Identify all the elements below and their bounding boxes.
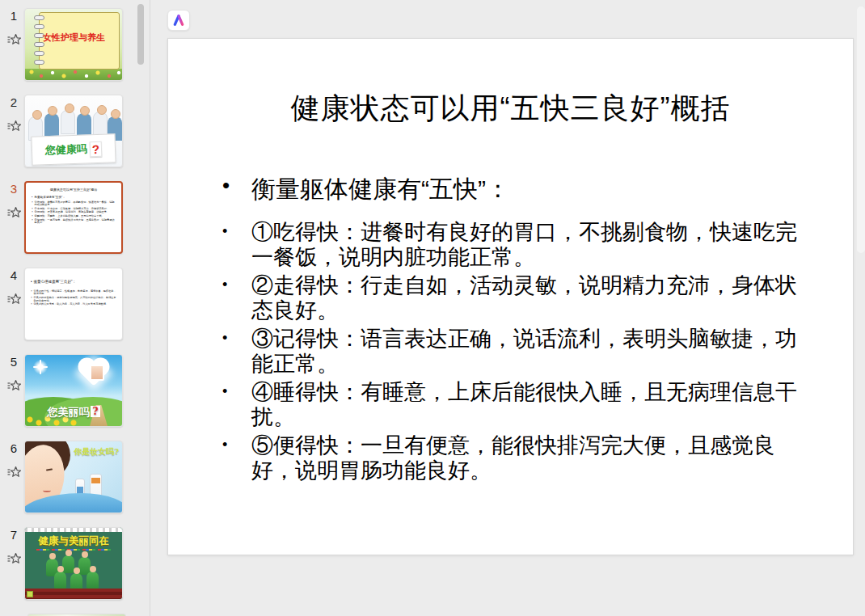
stage-floor-art	[25, 589, 122, 599]
performer-figure	[86, 572, 99, 589]
portrait-photo-art	[90, 365, 104, 381]
health-question-sign: 您健康吗 ?	[31, 133, 116, 166]
slide-7-caption: 健康与美丽同在	[25, 534, 122, 548]
transition-star-icon[interactable]	[7, 293, 21, 308]
slide-5-thumbnail[interactable]: 您美丽吗?	[24, 354, 123, 427]
question-mark-badge: ?	[90, 141, 103, 157]
slide-number-3: 3	[3, 183, 24, 196]
slide-number-7: 7	[3, 529, 24, 542]
slide-7-thumbnail[interactable]: 健康与美丽同在	[24, 527, 123, 600]
slide-number-2: 2	[3, 96, 24, 110]
doctor-figure	[93, 112, 108, 136]
slide-2-caption: 您健康吗	[45, 141, 88, 158]
slide-canvas: 健康状态可以用“五快三良好”概括 衡量躯体健康有“五快”： ①吃得快：进餐时有良…	[167, 38, 854, 555]
main-scrollbar[interactable]	[857, 6, 865, 253]
slide-row-3: 3 健康状态可以用“五快三良好”概括 衡量躯体健康有“五快”： ①吃得快：进餐时…	[3, 181, 150, 254]
transition-star-icon[interactable]	[7, 466, 21, 481]
slide-6-thumbnail[interactable]: 你是妆女吗?	[24, 441, 123, 513]
slide-1-thumbnail[interactable]: 女性护理与养生	[24, 8, 123, 81]
question-mark-badge: ?	[91, 406, 99, 417]
slide-row-2: 2 您健康吗 ?	[3, 95, 150, 167]
app-logo-icon	[172, 14, 185, 27]
meadow-flowers-art	[25, 69, 122, 80]
lead-bullet: 衡量躯体健康有“五快”：	[221, 173, 806, 206]
filmstrip-art	[25, 528, 122, 532]
slide-number-1: 1	[3, 10, 24, 23]
slide-3-thumbnail-selected[interactable]: 健康状态可以用“五快三良好”概括 衡量躯体健康有“五快”： ①吃得快：进餐时有良…	[24, 181, 123, 254]
sun-star-art	[33, 360, 48, 374]
transition-star-icon[interactable]	[7, 552, 21, 567]
transition-star-icon[interactable]	[7, 33, 21, 49]
slide-row-5: 5 您美丽吗?	[3, 354, 150, 427]
preview-area: 健康状态可以用“五快三良好”概括 衡量躯体健康有“五快”： ①吃得快：进餐时有良…	[151, 0, 865, 616]
slide-number-5: 5	[3, 356, 24, 369]
bullet-item: ③记得快：语言表达正确，说话流利，表明头脑敏捷，功能正常。	[221, 326, 806, 376]
bullet-item: ④睡得快：有睡意，上床后能很快入睡，且无病理信息干扰。	[221, 379, 806, 429]
slide-row-1: 1 女性护理与养生	[3, 8, 150, 81]
bullet-item: ①吃得快：进餐时有良好的胃口，不挑剔食物，快速吃完一餐饭，说明内脏功能正常。	[221, 219, 806, 269]
slide-2-thumbnail[interactable]: 您健康吗 ?	[24, 95, 123, 167]
performer-figure	[62, 555, 74, 573]
colorful-divider-art	[36, 549, 111, 551]
transition-star-icon[interactable]	[7, 206, 21, 222]
mini-slide-title: 健康状态可以用“五快三良好”概括	[32, 188, 116, 192]
slide-row-4: 4 衡量心理健康用“三良好”： ①良好的个性：情绪稳定，性格温和，意志坚强，感情…	[3, 268, 150, 340]
slide-number-6: 6	[3, 442, 24, 456]
slide-row-7: 7 健康与美丽同在	[3, 527, 150, 600]
slide-4-thumbnail[interactable]: 衡量心理健康用“三良好”： ①良好的个性：情绪稳定，性格温和，意志坚强，感情丰富…	[24, 268, 123, 340]
doctor-figure	[44, 113, 59, 137]
slide-row-6: 6 你是妆女吗?	[3, 441, 150, 513]
slide-body: 衡量躯体健康有“五快”： ①吃得快：进餐时有良好的胃口，不挑剔食物，快速吃完一餐…	[221, 173, 806, 486]
slide-1-title: 女性护理与养生	[43, 32, 105, 44]
slide-thumbnail-panel: 1 女性护理与养生 2	[0, 0, 150, 616]
app-logo-button[interactable]	[167, 10, 190, 31]
mouth-art	[43, 488, 51, 492]
transition-star-icon[interactable]	[7, 120, 21, 135]
mini-slide-title: 衡量心理健康用“三良好”：	[31, 281, 116, 284]
slide-title: 健康状态可以用“五快三良好”概括	[168, 89, 853, 129]
transition-star-icon[interactable]	[7, 379, 21, 394]
frame-marker-art	[27, 591, 33, 597]
slide-5-caption: 您美丽吗	[47, 406, 89, 418]
bullet-item: ②走得快：行走自如，活动灵敏，说明精力充沛，身体状态良好。	[221, 272, 806, 323]
bullet-item: ⑤便得快：一旦有便意，能很快排泻完大便，且感觉良好，说明胃肠功能良好。	[221, 432, 806, 483]
performer-figure	[54, 572, 66, 589]
doctor-figure	[61, 110, 75, 134]
slide-number-4: 4	[3, 269, 24, 283]
slide-6-caption: 你是妆女吗?	[74, 446, 119, 458]
sidebar-scrollbar[interactable]	[137, 4, 144, 65]
